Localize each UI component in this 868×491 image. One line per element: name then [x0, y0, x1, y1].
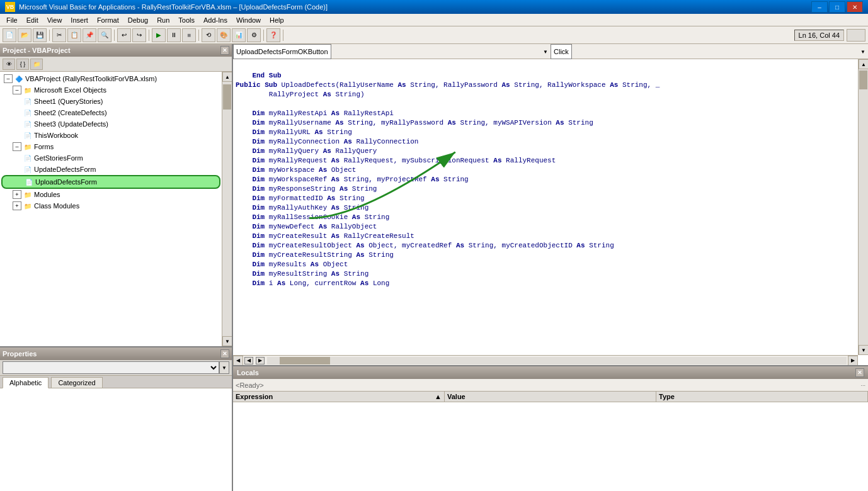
locals-header: Locals ✕ [233, 366, 868, 379]
menu-file[interactable]: File [3, 15, 21, 25]
tree-thisworkbook[interactable]: 📄 ThisWorkbook [1, 130, 220, 141]
toolbar-run[interactable]: ▶ [152, 28, 166, 42]
menu-run[interactable]: Run [153, 15, 173, 25]
locals-col-value: Value [445, 392, 656, 402]
project-scroll-thumb[interactable] [223, 84, 231, 110]
thisworkbook-icon: 📄 [23, 130, 33, 140]
code-line-16: Dim myRallSessionCookie As String [236, 213, 865, 222]
toolbar-undo[interactable]: ↩ [117, 28, 131, 42]
toggle-folders-btn[interactable]: 📁 [30, 59, 43, 70]
toolbar-design[interactable]: 🎨 [217, 28, 231, 42]
tree-sheet2[interactable]: 📄 Sheet2 (CreateDefects) [1, 107, 220, 118]
tree-modules[interactable]: + 📁 Modules [1, 189, 220, 200]
modules-expand[interactable]: + [13, 190, 21, 199]
toolbar-save[interactable]: 💾 [33, 28, 47, 42]
toolbar-reset[interactable]: ⟲ [202, 28, 215, 42]
minimize-button[interactable]: – [811, 1, 828, 13]
code-prev-proc[interactable]: ◀ [244, 357, 253, 364]
code-area[interactable]: End Sub Public Sub UploadDefects(RallyUs… [233, 59, 868, 365]
procedure-dropdown[interactable]: Click [551, 44, 572, 59]
code-line-5: Dim myRallyRestApi As RallyRestApi [236, 109, 865, 118]
project-panel-close[interactable]: ✕ [220, 46, 229, 55]
toolbar-help[interactable]: ❓ [266, 28, 280, 42]
tree-getstories[interactable]: 📄 GetStoriesForm [1, 152, 220, 164]
project-vscrollbar[interactable]: ▲ ▼ [222, 72, 232, 346]
project-panel-toolbar: 👁 { } 📁 [0, 57, 232, 72]
project-panel: Project - VBAProject ✕ 👁 { } 📁 – 🔷 VBAPr… [0, 44, 232, 346]
toolbar-cut[interactable]: ✂ [52, 28, 66, 42]
toolbar-sep5 [263, 30, 264, 41]
menu-format[interactable]: Format [93, 15, 123, 25]
menu-window[interactable]: Window [232, 15, 265, 25]
excel-expand[interactable]: – [13, 86, 21, 94]
toolbar-pause[interactable]: ⏸ [167, 28, 181, 42]
locals-ready: <Ready> ··· [233, 379, 868, 392]
tree-excel-objects[interactable]: – 📁 Microsoft Excel Objects [1, 84, 220, 96]
object-dropdown[interactable]: UploadDefectsFormOKButton [233, 44, 331, 59]
code-scroll-thumb[interactable] [859, 71, 867, 89]
window-title: Microsoft Visual Basic for Applications … [19, 3, 328, 11]
project-scroll-up[interactable]: ▲ [222, 72, 232, 82]
code-line-13: Dim myResponseString As String [236, 184, 865, 194]
toolbar-new[interactable]: 📄 [3, 28, 16, 42]
tree-sheet1[interactable]: 📄 Sheet1 (QueryStories) [1, 96, 220, 107]
tree-forms[interactable]: – 📁 Forms [1, 141, 220, 152]
tree-updatedefects[interactable]: 📄 UpdateDefectsForm [1, 164, 220, 175]
tree-uploaddefects[interactable]: 📄 UploadDefectsForm [1, 175, 220, 189]
menu-view[interactable]: View [43, 15, 66, 25]
tree-root[interactable]: – 🔷 VBAProject (RallyRestToolkitForVBA.x… [1, 73, 220, 84]
code-next-proc[interactable]: ▶ [256, 357, 265, 364]
locals-menu-btn[interactable]: ··· [860, 382, 865, 388]
close-button[interactable]: ✕ [847, 1, 863, 13]
restore-button[interactable]: □ [829, 1, 845, 13]
menu-edit[interactable]: Edit [23, 15, 42, 25]
menu-help[interactable]: Help [266, 15, 288, 25]
toolbar-copy[interactable]: 📋 [67, 28, 81, 42]
tab-categorized[interactable]: Categorized [51, 377, 102, 388]
code-scroll-right[interactable]: ▶ [848, 356, 858, 366]
toolbar-sep4 [198, 30, 199, 41]
toolbar-scroll[interactable] [847, 29, 865, 42]
code-hscroll-thumb[interactable] [280, 357, 330, 364]
menu-addins[interactable]: Add-Ins [200, 15, 231, 25]
toolbar-open[interactable]: 📂 [18, 28, 31, 42]
toolbar-find[interactable]: 🔍 [98, 28, 111, 42]
code-hscroll-track[interactable] [267, 357, 847, 364]
properties-panel-close[interactable]: ✕ [220, 349, 229, 358]
root-expand[interactable]: – [4, 74, 13, 83]
view-object-btn[interactable]: 👁 [3, 59, 15, 70]
code-scroll-left[interactable]: ◀ [233, 356, 243, 366]
code-line-7: Dim myRallyURL As String [236, 128, 865, 137]
classmodules-expand[interactable]: + [13, 201, 21, 210]
code-hscrollbar[interactable]: ◀ ◀ ▶ ▶ [233, 355, 858, 365]
code-line-9: Dim myRallyQuery As RallyQuery [236, 147, 865, 156]
code-vscrollbar[interactable]: ▲ ▼ [858, 59, 868, 355]
code-scroll-up[interactable]: ▲ [859, 59, 868, 69]
toolbar-sep3 [149, 30, 149, 41]
toolbar-props[interactable]: ⚙ [247, 28, 261, 42]
toolbar-project[interactable]: 📊 [232, 28, 246, 42]
project-tree[interactable]: – 🔷 VBAProject (RallyRestToolkitForVBA.x… [0, 72, 222, 346]
code-scroll-down[interactable]: ▼ [859, 345, 868, 355]
project-scroll-track[interactable] [222, 82, 232, 336]
properties-object-select[interactable] [3, 361, 219, 374]
forms-expand[interactable]: – [13, 142, 21, 151]
menu-tools[interactable]: Tools [174, 15, 198, 25]
view-code-btn[interactable]: { } [16, 59, 29, 70]
locals-close-btn[interactable]: ✕ [855, 368, 864, 377]
toolbar-paste[interactable]: 📌 [83, 28, 96, 42]
tree-classmodules[interactable]: + 📁 Class Modules [1, 200, 220, 212]
menu-debug[interactable]: Debug [124, 15, 152, 25]
code-scroll-track[interactable] [859, 69, 868, 345]
sheet2-icon: 📄 [23, 108, 33, 118]
code-line-17: Dim myNewDefect As RallyObject [236, 222, 865, 232]
tab-alphabetic[interactable]: Alphabetic [3, 377, 49, 388]
toolbar-stop[interactable]: ■ [182, 28, 196, 42]
menu-insert[interactable]: Insert [67, 15, 92, 25]
toolbar-redo[interactable]: ↪ [132, 28, 146, 42]
tree-sheet3[interactable]: 📄 Sheet3 (UpdateDefects) [1, 118, 220, 130]
properties-scroll-down[interactable]: ▼ [219, 361, 229, 374]
code-line-21: Dim myResults As Object [236, 260, 865, 269]
project-scroll-down[interactable]: ▼ [222, 336, 232, 346]
locals-col-type: Type [656, 392, 868, 402]
